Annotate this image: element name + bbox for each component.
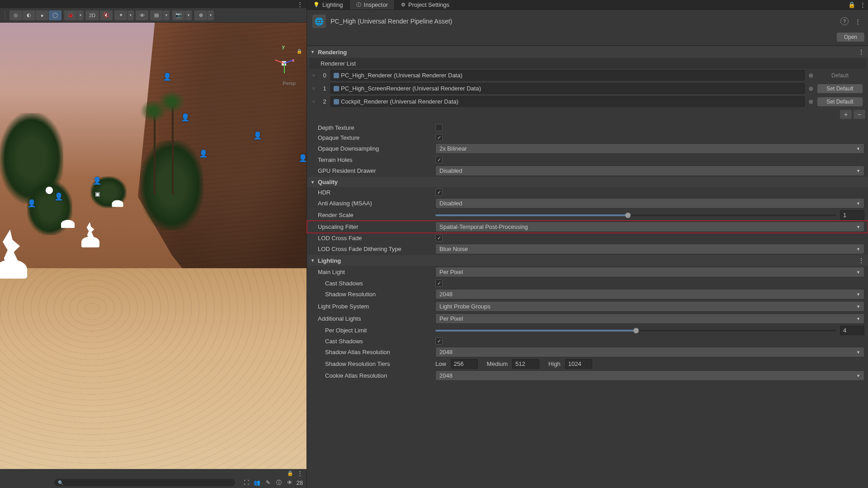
lod-fade-checkbox[interactable] bbox=[435, 234, 443, 242]
main-cast-shadows-checkbox[interactable] bbox=[435, 280, 443, 287]
additional-lights-dropdown[interactable]: Per Pixel▼ bbox=[435, 313, 864, 324]
asset-menu-icon[interactable]: ⋮ bbox=[853, 18, 863, 25]
add-cast-shadows-checkbox[interactable] bbox=[435, 337, 443, 345]
scene-lamp-icon[interactable] bbox=[81, 237, 99, 247]
debug-mode-icon[interactable]: 🐞 bbox=[64, 10, 77, 20]
renderer-field[interactable]: PC_High_Renderer (Universal Renderer Dat… bbox=[330, 70, 805, 81]
tab-inspector[interactable]: ⓘInspector bbox=[350, 0, 395, 9]
per-obj-limit-slider[interactable] bbox=[435, 330, 836, 332]
scene-box-icon[interactable]: ▣ bbox=[95, 191, 100, 197]
scene-object-icon[interactable]: 👤 bbox=[199, 149, 208, 158]
help-icon[interactable]: ? bbox=[840, 17, 849, 25]
label-gpu-drawer: GPU Resident Drawer bbox=[318, 167, 435, 174]
renderer-field[interactable]: Cockpit_Renderer (Universal Renderer Dat… bbox=[330, 96, 805, 107]
renderer-field[interactable]: PC_High_ScreenRenderer (Universal Render… bbox=[330, 83, 805, 94]
drag-handle-icon[interactable] bbox=[5, 11, 6, 19]
scene-lock-icon[interactable]: 🔒 bbox=[287, 470, 293, 476]
terrain-holes-checkbox[interactable] bbox=[435, 156, 443, 163]
shading-mode-3-icon[interactable]: ● bbox=[36, 10, 48, 20]
cookie-atlas-dropdown[interactable]: 2048▼ bbox=[435, 370, 864, 381]
scene-object-icon[interactable]: 👤 bbox=[54, 192, 63, 201]
upscaling-filter-dropdown[interactable]: Spatial-Temporal Post-Processing▼ bbox=[435, 222, 864, 232]
scene-object-icon[interactable]: 👤 bbox=[27, 199, 36, 208]
scene-lamp-icon[interactable] bbox=[61, 220, 75, 228]
hdr-checkbox[interactable] bbox=[435, 189, 443, 196]
depth-texture-checkbox[interactable] bbox=[435, 124, 443, 131]
footer-info-icon[interactable]: ⓘ bbox=[275, 479, 283, 487]
object-picker-icon[interactable]: ◎ bbox=[807, 98, 815, 106]
visibility-toggle-icon[interactable]: 👁 bbox=[136, 10, 148, 20]
scene-object-icon[interactable]: 👤 bbox=[181, 113, 190, 122]
scene-object-icon[interactable]: ⬤ bbox=[45, 185, 53, 194]
debug-dropdown-icon[interactable]: ▾ bbox=[77, 10, 84, 20]
section-rendering-header[interactable]: ▼ Rendering ⋮ bbox=[307, 47, 868, 57]
tier-low-input[interactable]: 256 bbox=[451, 359, 478, 369]
gpu-drawer-dropdown[interactable]: Disabled▼ bbox=[435, 166, 864, 176]
add-button[interactable]: + bbox=[840, 110, 852, 119]
opaque-downsampling-dropdown[interactable]: 2x Bilinear▼ bbox=[435, 143, 864, 154]
camera-dropdown-icon[interactable]: ▾ bbox=[185, 10, 192, 20]
section-quality-header[interactable]: ▼ Quality bbox=[307, 177, 868, 187]
per-obj-limit-input[interactable]: 4 bbox=[840, 326, 864, 335]
drag-handle-icon[interactable]: ≡ bbox=[312, 99, 319, 104]
scene-object-icon[interactable]: 👤 bbox=[163, 72, 172, 81]
scene-object-icon[interactable]: 👤 bbox=[253, 131, 262, 140]
set-default-button[interactable]: Set Default bbox=[817, 97, 863, 106]
dropdown-value: Per Pixel bbox=[439, 315, 463, 322]
object-picker-icon[interactable]: ◎ bbox=[807, 85, 815, 93]
tier-high-input[interactable]: 1024 bbox=[565, 359, 592, 369]
fx-dropdown-icon[interactable]: ▾ bbox=[127, 10, 134, 20]
panel-menu-icon[interactable]: ⋮ bbox=[297, 1, 303, 8]
orientation-gizmo[interactable]: y x bbox=[270, 50, 297, 77]
scene-menu-icon[interactable]: ⋮ bbox=[297, 470, 303, 477]
scene-censer-icon[interactable] bbox=[0, 260, 27, 279]
gizmos-toggle-icon[interactable]: ⊕ bbox=[194, 10, 207, 20]
gizmo-lock-icon[interactable]: 🔒 bbox=[297, 49, 302, 54]
scene-object-icon[interactable]: 👤 bbox=[93, 176, 102, 185]
probe-system-dropdown[interactable]: Light Probe Groups▼ bbox=[435, 301, 864, 312]
tab-lighting[interactable]: 💡Lighting bbox=[307, 0, 350, 9]
scene-lamp-icon[interactable] bbox=[112, 200, 123, 207]
opaque-texture-checkbox[interactable] bbox=[435, 134, 443, 141]
footer-view-icon[interactable]: 👁 bbox=[286, 479, 294, 487]
fx-toggle-icon[interactable]: ✦ bbox=[114, 10, 127, 20]
search-input[interactable]: 🔍 bbox=[54, 479, 235, 486]
shadow-atlas-dropdown[interactable]: 2048▼ bbox=[435, 347, 864, 357]
object-picker-icon[interactable]: ◎ bbox=[807, 71, 815, 80]
layers-dropdown-icon[interactable]: ▾ bbox=[163, 10, 170, 20]
view-2d-toggle[interactable]: 2D bbox=[85, 10, 99, 20]
footer-users-icon[interactable]: 👥 bbox=[253, 479, 261, 487]
section-lighting-header[interactable]: ▼ Lighting ⋮ bbox=[307, 255, 868, 266]
gizmos-dropdown-icon[interactable]: ▾ bbox=[208, 10, 214, 20]
shading-mode-1-icon[interactable]: ◎ bbox=[9, 10, 22, 20]
scene-object-icon[interactable]: 👤 bbox=[298, 154, 307, 162]
label-terrain-holes: Terrain Holes bbox=[318, 156, 435, 163]
shading-mode-2-icon[interactable]: ◐ bbox=[23, 10, 35, 20]
camera-toggle-icon[interactable]: 📷 bbox=[172, 10, 185, 20]
section-menu-icon[interactable]: ⋮ bbox=[858, 48, 864, 56]
section-menu-icon[interactable]: ⋮ bbox=[858, 257, 864, 264]
label-cast-shadows: Cast Shadows bbox=[325, 280, 435, 287]
shadow-res-dropdown[interactable]: 2048▼ bbox=[435, 289, 864, 299]
footer-edit-icon[interactable]: ✎ bbox=[264, 479, 272, 487]
render-scale-slider[interactable] bbox=[435, 214, 836, 216]
scene-view[interactable]: y x 🔒 Persp 👤 👤 👤 👤 👤 👤 ⬤ 👤 👤 ▣ bbox=[0, 23, 307, 469]
msaa-dropdown[interactable]: Disabled▼ bbox=[435, 198, 864, 208]
inspector-lock-icon[interactable]: 🔒 bbox=[846, 0, 857, 9]
drag-handle-icon[interactable]: ≡ bbox=[312, 86, 319, 91]
inspector-menu-icon[interactable]: ⋮ bbox=[857, 0, 868, 9]
set-default-button[interactable]: Set Default bbox=[817, 84, 863, 93]
lod-dither-dropdown[interactable]: Blue Noise▼ bbox=[435, 244, 864, 254]
audio-toggle-icon[interactable]: 🔇 bbox=[100, 10, 113, 20]
open-button[interactable]: Open bbox=[837, 33, 864, 42]
layers-toggle-icon[interactable]: ▤ bbox=[150, 10, 163, 20]
remove-button[interactable]: − bbox=[854, 110, 865, 119]
footer-expand-icon[interactable]: ⛶ bbox=[242, 479, 250, 487]
main-light-dropdown[interactable]: Per Pixel▼ bbox=[435, 267, 864, 277]
tier-med-input[interactable]: 512 bbox=[512, 359, 539, 369]
label-probe-system: Light Probe System bbox=[318, 303, 435, 310]
tab-project-settings[interactable]: ⚙Project Settings bbox=[395, 0, 456, 9]
render-scale-input[interactable]: 1 bbox=[840, 210, 864, 220]
drag-handle-icon[interactable]: ≡ bbox=[312, 73, 319, 78]
shading-mode-4-icon[interactable]: ◯ bbox=[49, 10, 61, 20]
